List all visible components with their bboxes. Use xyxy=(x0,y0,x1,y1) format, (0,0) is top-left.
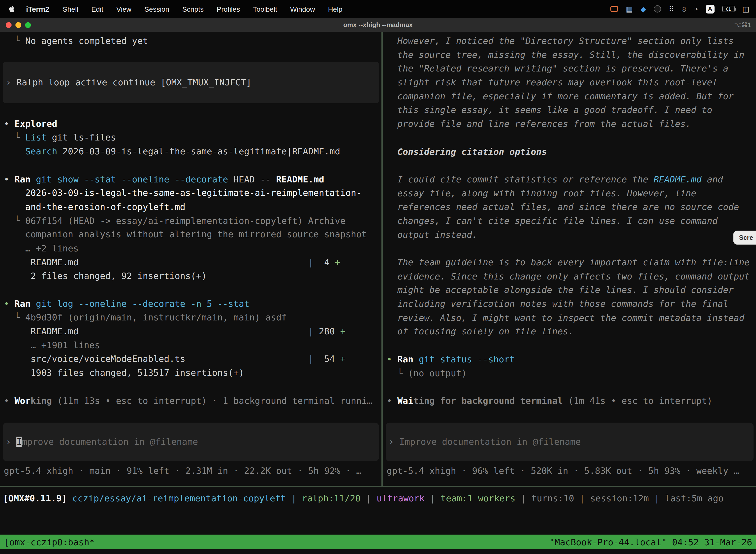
left-pane-footer: › Improve documentation in @filename gpt… xyxy=(0,423,381,486)
left-prompt-text: › Improve documentation in @filename xyxy=(3,435,379,449)
text-span: gpt-5.4 xhigh · main · 91% left · 2.31M … xyxy=(4,466,362,476)
terminal-line xyxy=(4,103,381,117)
text-span: Ralph loop active continue [OMX_TMUX_INJ… xyxy=(16,77,251,88)
text-span: 2026-03-09-is-legal-the-same-as-legitima… xyxy=(4,188,362,198)
terminal-line: and-the-erosion-of-copyleft.md xyxy=(4,200,381,214)
right-model-status: gpt-5.4 xhigh · 96% left · 520K in · 5.8… xyxy=(383,464,756,478)
left-prompt-input[interactable]: › Improve documentation in @filename xyxy=(3,423,379,461)
text-span: No agents completed yet xyxy=(25,36,148,46)
text-span: README.md xyxy=(276,174,324,184)
terminal-line: provide file and line references from th… xyxy=(387,117,756,131)
control-center-icon[interactable]: ◫ xyxy=(742,4,749,13)
terminal-line: README.md | 280 + xyxy=(4,325,381,339)
menu-toolbelt[interactable]: Toolbelt xyxy=(253,5,277,13)
terminal-line: › Improve documentation in @filename xyxy=(6,435,379,449)
menu-session[interactable]: Session xyxy=(144,5,169,13)
zoom-button[interactable] xyxy=(25,22,31,27)
text-span: team:1 workers xyxy=(441,493,515,503)
text-span: and-the-erosion-of-copyleft.md xyxy=(4,202,186,212)
terminal-line: might be acceptable alongside the file l… xyxy=(387,283,756,297)
text-span: src/voice/voiceModeEnabled.ts xyxy=(4,354,186,364)
grid-icon[interactable]: ▦ xyxy=(626,4,633,13)
terminal-line: └ 4b9d30f (origin/main, instructkr/main,… xyxy=(4,311,381,325)
text-span: 4 xyxy=(314,257,335,267)
terminal-line: evidence. Since this change only affects… xyxy=(387,270,756,283)
terminal-line: • Waiting for background terminal (1m 41… xyxy=(387,394,756,408)
terminal-line xyxy=(4,380,381,394)
terminal-line: … +2 lines xyxy=(4,242,381,256)
menu-scripts[interactable]: Scripts xyxy=(182,5,204,13)
apple-menu[interactable] xyxy=(9,5,15,13)
text-span: README.md xyxy=(4,257,79,267)
terminal-line xyxy=(4,159,381,172)
dots-grid-icon[interactable]: ⠿ xyxy=(669,4,674,13)
text-span: and xyxy=(702,174,723,184)
window-bottom-padding xyxy=(0,549,756,554)
minimize-button[interactable] xyxy=(15,22,21,27)
text-span: | xyxy=(361,493,377,503)
window-title: omx --xhigh --madmax xyxy=(0,21,756,29)
battery-icon[interactable]: 61 xyxy=(722,6,735,12)
screen: iTerm2 ShellEditViewSessionScriptsProfil… xyxy=(0,0,756,554)
text-span: the "Related research writing" section i… xyxy=(387,63,728,73)
left-transcript: • Explored └ List git ls-files Search 20… xyxy=(0,103,381,408)
menu-edit[interactable]: Edit xyxy=(91,5,104,13)
text-span: including verification notes with those … xyxy=(387,298,728,309)
text-span: might be acceptable alongside the file l… xyxy=(387,285,734,295)
text-span: • xyxy=(4,119,15,129)
text-span: of focusing solely on file lines. xyxy=(387,326,573,337)
terminal-line xyxy=(387,159,756,173)
menu-items: ShellEditViewSessionScriptsProfilesToolb… xyxy=(63,5,342,13)
terminal-line: 2 files changed, 92 insertions(+) xyxy=(4,269,381,283)
blue-app-icon[interactable]: ◆ xyxy=(640,4,646,13)
terminal-line: slight risk that future readers may over… xyxy=(387,76,756,90)
text-span: this single essay, it seems like a good … xyxy=(387,105,712,115)
text-span: ultrawork xyxy=(377,493,425,503)
text-span: references need actual files, and since … xyxy=(387,202,739,212)
text-span: 067f154 (HEAD -> essay/ai-reimplementati… xyxy=(25,215,345,226)
tmux-session[interactable]: [omx-cczip0:bash* xyxy=(4,537,95,547)
keyboard-icon[interactable]: 8 xyxy=(682,5,686,13)
text-span: | xyxy=(79,326,314,336)
text-span: └ xyxy=(387,368,408,378)
text-span: git show --stat --oneline --decorate xyxy=(36,174,233,184)
left-pane[interactable]: └ No agents completed yet › Ralph loop a… xyxy=(0,32,381,486)
text-span: | xyxy=(286,493,302,503)
text-span: … +2 lines xyxy=(4,243,79,254)
menu-shell[interactable]: Shell xyxy=(63,5,78,13)
menu-window[interactable]: Window xyxy=(290,5,315,13)
right-prompt-input[interactable]: › Improve documentation in @filename xyxy=(386,423,754,461)
terminal-line: › Ralph loop active continue [OMX_TMUX_I… xyxy=(6,76,379,90)
text-span: Wor xyxy=(15,395,31,405)
text-span: └ xyxy=(4,36,25,46)
text-span: 54 xyxy=(314,354,340,364)
right-pane[interactable]: However, I noticed the "Directory Struct… xyxy=(383,32,756,486)
text-span: companion file, especially if more comme… xyxy=(387,91,734,101)
terminal-line: └ 067f154 (HEAD -> essay/ai-reimplementa… xyxy=(4,214,381,228)
terminal-line: changes, I can't cite specific file line… xyxy=(387,214,756,228)
app-menu-iterm2[interactable]: iTerm2 xyxy=(26,5,49,13)
menu-view[interactable]: View xyxy=(116,5,131,13)
dark-circle-icon[interactable] xyxy=(654,5,661,12)
tmux-host-time: "MacBook-Pro-44.local" 04:52 31-Mar-26 xyxy=(549,537,752,547)
terminal-line: references need actual files, and since … xyxy=(387,200,756,214)
window-shortcut: ⌥⌘1 xyxy=(734,21,756,29)
terminal-line: review. Also, I might want to inspect th… xyxy=(387,311,756,325)
menu-profiles[interactable]: Profiles xyxy=(217,5,240,13)
menu-help[interactable]: Help xyxy=(328,5,342,13)
terminal-line: • Ran git status --short xyxy=(387,353,756,367)
input-source-icon[interactable]: A xyxy=(706,4,714,13)
terminal-line: └ No agents completed yet xyxy=(4,34,381,48)
screen-sharing-pill[interactable]: Scre xyxy=(733,231,756,244)
close-button[interactable] xyxy=(6,22,11,27)
title-bar[interactable]: omx --xhigh --madmax ⌥⌘1 xyxy=(0,18,756,32)
text-span: + xyxy=(335,257,340,267)
terminal-line: › Improve documentation in @filename xyxy=(389,435,754,449)
clock-icon[interactable]: ◔ xyxy=(694,5,698,13)
text-span: provide file and line references from th… xyxy=(387,119,691,129)
text-span: › xyxy=(6,77,16,88)
text-span: last:5m ago xyxy=(665,493,724,503)
text-span: the source tree, missing the essay. Stil… xyxy=(387,50,744,60)
terminal-line: the source tree, missing the essay. Stil… xyxy=(387,48,756,62)
recording-indicator-icon[interactable] xyxy=(611,6,618,12)
